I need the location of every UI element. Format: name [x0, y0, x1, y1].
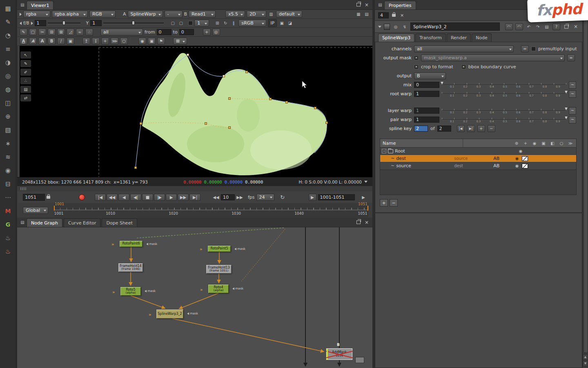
pane-menu-icon[interactable]: ▤ — [20, 2, 25, 7]
loop-mode-icon[interactable]: ↻ — [279, 194, 286, 200]
remove-shape-icon[interactable]: ⊠ — [57, 29, 65, 36]
hidden-input-icon[interactable]: » — [112, 290, 115, 294]
node-rotopaint5[interactable]: RotoPaint5 — [208, 246, 231, 252]
particles-icon[interactable]: ∗ — [2, 137, 14, 150]
timeline-ruler[interactable]: 1001 1051 1001 1010 1020 1030 1040 1051 — [54, 203, 368, 217]
more-columns-icon[interactable]: ≫ — [567, 140, 574, 146]
label-a3-icon[interactable]: A — [38, 38, 46, 45]
feather-icon[interactable]: ⋙ — [111, 38, 118, 45]
layer-warp-curve-button[interactable]: ~ — [569, 107, 576, 114]
right-scrollbar[interactable]: ▲ ▼ — [582, 0, 588, 368]
input-process-toggle[interactable]: IP — [268, 19, 277, 27]
transform-icon[interactable]: ⊕ — [2, 110, 14, 123]
slash-icon[interactable]: / — [57, 38, 65, 45]
label-a2-icon[interactable]: A — [29, 38, 37, 45]
node-roto4[interactable]: Roto4(alpha) — [208, 285, 229, 293]
tab-properties[interactable]: Properties — [384, 1, 416, 9]
scroll-down-button[interactable]: ▼ — [583, 361, 588, 366]
ab-swatch[interactable] — [522, 156, 528, 161]
bbox-boundary-checkbox[interactable] — [461, 65, 466, 69]
root-warp-field[interactable]: 1 — [414, 91, 439, 97]
viewer-canvas[interactable]: ↖ ✎ ✐ ∴ ▤ ⇄ — [20, 46, 372, 177]
pane-menu-icon[interactable]: ▤ — [377, 2, 383, 7]
fstop-up-icon[interactable] — [31, 22, 33, 25]
overlay-grid-dropdown[interactable]: ⊞ — [173, 38, 187, 45]
flame-icon[interactable]: ♨ — [2, 231, 14, 245]
delete-key-button[interactable]: − — [488, 125, 495, 132]
range-menu-icon[interactable]: ▶ — [360, 194, 367, 200]
node-addmask[interactable]: AddMask1034 — [326, 348, 352, 360]
tab-curve-editor[interactable]: Curve Editor — [64, 218, 101, 227]
visibility-icon[interactable]: ◉ — [138, 38, 146, 45]
add-point-icon[interactable]: + — [101, 38, 109, 45]
blend-dropdown[interactable]: - — [165, 11, 183, 18]
rect-tool-icon[interactable]: ▢ — [29, 29, 37, 36]
update-icon[interactable]: ↻ — [222, 20, 229, 27]
keyer-icon[interactable]: ◍ — [2, 83, 14, 96]
node-name-field[interactable]: SplineWarp3_2 — [410, 22, 500, 31]
display-channels-dropdown[interactable]: RGB — [89, 11, 116, 18]
pin-icon[interactable]: ⊕ — [513, 140, 520, 146]
hidden-input-icon[interactable]: » — [200, 287, 203, 292]
draw-tool-icon[interactable]: ✎ — [20, 60, 31, 67]
frame-step-back-icon[interactable]: ◀◀ — [213, 194, 219, 200]
select-tool-icon[interactable]: ↖ — [20, 52, 31, 58]
spline-key-total-field[interactable]: 2 — [437, 126, 451, 132]
fstop-down-icon[interactable] — [20, 22, 22, 25]
collapse-panel-icon[interactable] — [378, 26, 381, 28]
root-warp-slider[interactable]: 0.1 0.2 0.3 0.4 0.5 0.6 0.7 0.8 0.9 — [442, 90, 566, 98]
eye-icon[interactable]: ◉ — [514, 163, 520, 169]
tab-viewer1[interactable]: Viewer1 — [27, 1, 53, 9]
wipe-icon[interactable]: ◪ — [287, 20, 293, 27]
next-key-button[interactable]: ▶| — [467, 125, 475, 132]
stereo-pair-icon[interactable]: ▥ — [268, 11, 274, 18]
mix-field[interactable]: 0 — [414, 82, 439, 88]
redo-icon[interactable]: ↷ — [535, 23, 541, 30]
goto-start-button[interactable]: |◀ — [95, 194, 106, 201]
add-key-button[interactable]: + — [477, 125, 485, 132]
channels-dropdown[interactable]: all — [414, 45, 514, 52]
edit-points-icon[interactable]: ∴ — [20, 77, 31, 84]
info-menu-icon[interactable] — [364, 181, 368, 183]
expression-icon[interactable]: ↯ — [401, 23, 408, 30]
lock-column-icon[interactable]: ▣ — [540, 140, 547, 146]
tab-node[interactable]: Node — [472, 34, 492, 42]
circle-icon[interactable]: ○ — [120, 38, 128, 45]
raise-icon[interactable]: ↥ — [82, 38, 90, 45]
playhead[interactable] — [368, 206, 368, 211]
autokey-dropdown[interactable]: all — [100, 29, 143, 36]
merge-icon[interactable]: ◫ — [2, 96, 14, 110]
play-backward-button[interactable]: ◀ — [118, 194, 129, 201]
b-input-dropdown[interactable]: Read1 — [189, 11, 216, 18]
framing-icon[interactable]: ▦ — [355, 11, 362, 18]
range-mode-dropdown[interactable]: Global — [23, 207, 48, 214]
vertical-splitter[interactable] — [372, 0, 375, 368]
layers-icon[interactable]: ▤ — [20, 86, 31, 93]
channels-equals-button[interactable]: = — [521, 45, 529, 52]
tab-node-graph[interactable]: Node Graph — [27, 218, 62, 227]
node-graph-canvas[interactable]: RotoPaint6 RotoPaint5 FrameHold14(frame … — [17, 227, 372, 368]
layer-dropdown[interactable]: rgba — [23, 11, 50, 18]
pen-tool-icon[interactable]: ✎ — [20, 29, 27, 36]
mask-input-label[interactable]: mask — [146, 242, 157, 246]
float-panel-icon[interactable] — [564, 25, 568, 29]
correspondence-icon[interactable]: ⇄ — [20, 94, 31, 101]
close-all-panels-icon[interactable]: × — [399, 13, 405, 18]
spline-key-field[interactable]: 2 — [414, 126, 428, 132]
play-range-icon[interactable]: ▶ — [309, 194, 316, 201]
pair-warp-slider[interactable]: 0.1 0.2 0.3 0.4 0.5 0.6 0.7 0.8 0.9 — [442, 116, 566, 123]
ab-swatch[interactable] — [522, 164, 528, 168]
undo-icon[interactable]: ↶ — [526, 23, 532, 30]
presets-icon[interactable]: ▤ — [543, 23, 550, 30]
mix-slider[interactable]: 0.1 0.2 0.3 0.4 0.5 0.6 0.7 0.8 0.9 — [442, 81, 566, 89]
gamma-field[interactable]: 1 — [90, 20, 102, 26]
points-tool-icon[interactable]: ∴ — [85, 29, 93, 36]
marquee2-icon[interactable]: ▢ — [178, 20, 184, 27]
marquee-icon[interactable]: ▢ — [169, 20, 176, 27]
hidden-input-icon[interactable]: » — [111, 242, 114, 247]
frame-range-field[interactable]: 1001-1051 — [318, 194, 355, 200]
close-panel-icon[interactable]: × — [363, 2, 370, 7]
output-mask-checkbox[interactable] — [414, 56, 419, 60]
current-frame-field[interactable]: 1051 — [23, 194, 45, 201]
metadata-icon[interactable]: ⊟ — [2, 177, 14, 191]
